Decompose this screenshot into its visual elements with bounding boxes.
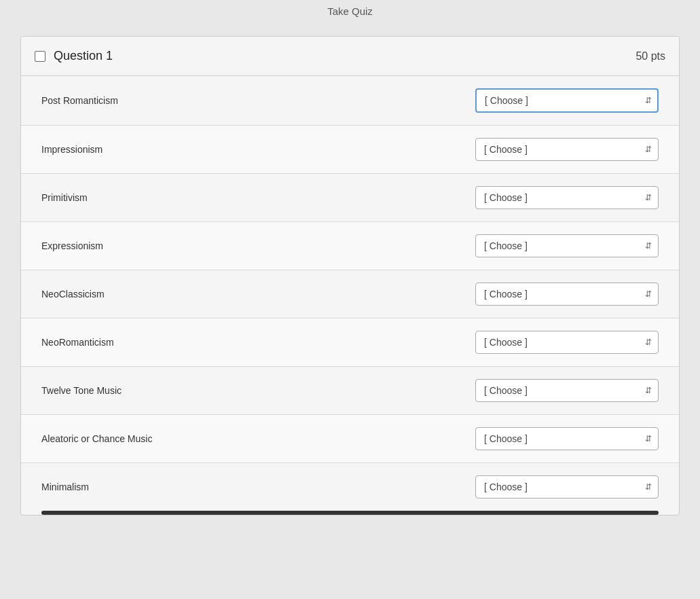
row-label-post-romanticism: Post Romanticism	[41, 95, 475, 106]
row-label-expressionism: Expressionism	[41, 240, 475, 251]
select-aleatoric[interactable]: [ Choose ]Option AOption BOption COption…	[475, 427, 659, 450]
matching-row-post-romanticism: Post Romanticism[ Choose ]Option AOption…	[21, 76, 679, 126]
select-wrapper-primitivism: [ Choose ]Option AOption BOption COption…	[475, 186, 659, 209]
question-card: Question 1 50 pts Post Romanticism[ Choo…	[20, 36, 680, 515]
row-label-primitivism: Primitivism	[41, 192, 475, 203]
select-twelve-tone[interactable]: [ Choose ]Option AOption BOption COption…	[475, 379, 659, 402]
row-label-neoromanticism: NeoRomanticism	[41, 337, 475, 348]
row-label-neoclassicism: NeoClassicism	[41, 289, 475, 300]
select-wrapper-aleatoric: [ Choose ]Option AOption BOption COption…	[475, 427, 659, 450]
matching-row-expressionism: Expressionism[ Choose ]Option AOption BO…	[21, 222, 679, 270]
question-title: Question 1	[54, 49, 113, 63]
matching-row-minimalism: Minimalism[ Choose ]Option AOption BOpti…	[21, 463, 679, 511]
matching-row-twelve-tone: Twelve Tone Music[ Choose ]Option AOptio…	[21, 367, 679, 415]
matching-row-neoromanticism: NeoRomanticism[ Choose ]Option AOption B…	[21, 319, 679, 367]
matching-row-primitivism: Primitivism[ Choose ]Option AOption BOpt…	[21, 174, 679, 222]
matching-row-neoclassicism: NeoClassicism[ Choose ]Option AOption BO…	[21, 270, 679, 319]
question-points: 50 pts	[635, 50, 665, 62]
matching-row-impressionism: Impressionism[ Choose ]Option AOption BO…	[21, 126, 679, 174]
question-body: Post Romanticism[ Choose ]Option AOption…	[21, 76, 679, 511]
row-label-aleatoric: Aleatoric or Chance Music	[41, 433, 475, 444]
select-wrapper-expressionism: [ Choose ]Option AOption BOption COption…	[475, 234, 659, 257]
select-neoromanticism[interactable]: [ Choose ]Option AOption BOption COption…	[475, 331, 659, 354]
select-minimalism[interactable]: [ Choose ]Option AOption BOption COption…	[475, 475, 659, 498]
select-expressionism[interactable]: [ Choose ]Option AOption BOption COption…	[475, 234, 659, 257]
select-wrapper-neoromanticism: [ Choose ]Option AOption BOption COption…	[475, 331, 659, 354]
select-post-romanticism[interactable]: [ Choose ]Option AOption BOption COption…	[475, 88, 659, 113]
select-wrapper-post-romanticism: [ Choose ]Option AOption BOption COption…	[475, 88, 659, 113]
matching-row-aleatoric: Aleatoric or Chance Music[ Choose ]Optio…	[21, 415, 679, 463]
select-primitivism[interactable]: [ Choose ]Option AOption BOption COption…	[475, 186, 659, 209]
page-header: Take Quiz	[0, 0, 700, 22]
question-checkbox[interactable]	[35, 51, 45, 62]
page-container: Question 1 50 pts Post Romanticism[ Choo…	[0, 22, 700, 529]
scrollbar-hint	[41, 511, 659, 515]
select-wrapper-neoclassicism: [ Choose ]Option AOption BOption COption…	[475, 283, 659, 306]
select-wrapper-minimalism: [ Choose ]Option AOption BOption COption…	[475, 475, 659, 498]
select-wrapper-twelve-tone: [ Choose ]Option AOption BOption COption…	[475, 379, 659, 402]
question-header: Question 1 50 pts	[21, 37, 679, 76]
row-label-minimalism: Minimalism	[41, 482, 475, 492]
select-impressionism[interactable]: [ Choose ]Option AOption BOption COption…	[475, 138, 659, 161]
select-wrapper-impressionism: [ Choose ]Option AOption BOption COption…	[475, 138, 659, 161]
row-label-twelve-tone: Twelve Tone Music	[41, 385, 475, 396]
select-neoclassicism[interactable]: [ Choose ]Option AOption BOption COption…	[475, 283, 659, 306]
row-label-impressionism: Impressionism	[41, 144, 475, 155]
